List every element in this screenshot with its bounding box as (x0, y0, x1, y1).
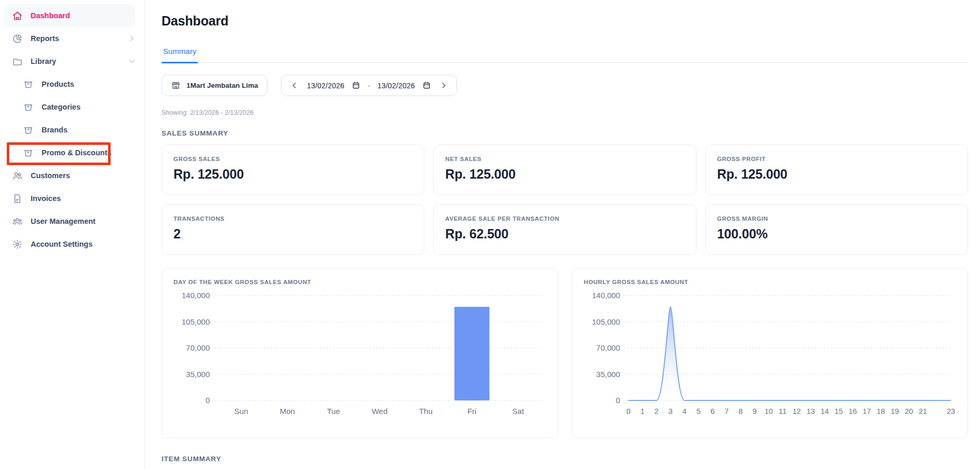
day-of-week-bar-chart: 035,00070,000105,000140,000SunMonTueWedT… (173, 287, 546, 418)
sidebar-item-label: Customers (31, 171, 70, 180)
basket-icon (22, 101, 34, 113)
sidebar-item-reports[interactable]: Reports (0, 27, 144, 50)
stat-card-net-sales: NET SALES Rp. 125.000 (433, 144, 696, 195)
svg-text:Sun: Sun (234, 407, 248, 416)
sidebar-item-label: Brands (42, 126, 68, 134)
svg-text:105,000: 105,000 (592, 317, 620, 326)
svg-text:21: 21 (919, 407, 927, 416)
chevron-down-icon (128, 57, 136, 65)
svg-text:Wed: Wed (372, 407, 388, 416)
sidebar-item-products[interactable]: Products (0, 73, 144, 96)
sidebar: Dashboard Reports Library Products (0, 0, 145, 469)
page-title: Dashboard (162, 14, 968, 29)
next-day-button[interactable] (438, 80, 449, 91)
stat-value: 100.00% (717, 226, 956, 242)
svg-text:Sat: Sat (512, 407, 524, 416)
svg-text:4: 4 (682, 407, 687, 416)
charts-grid: DAY OF THE WEEK GROSS SALES AMOUNT 035,0… (162, 268, 968, 438)
sidebar-item-promo-discounts[interactable]: Promo & Discounts (0, 141, 144, 164)
stat-value: Rp. 125.000 (173, 167, 412, 182)
svg-text:7: 7 (724, 407, 729, 416)
calendar-icon[interactable] (352, 81, 360, 90)
sidebar-item-account-settings[interactable]: Account Settings (0, 233, 144, 256)
svg-text:Tue: Tue (327, 407, 340, 416)
sidebar-item-label: Invoices (31, 194, 61, 203)
chevron-right-icon (128, 34, 136, 43)
gear-icon (11, 238, 23, 250)
svg-text:11: 11 (778, 407, 786, 416)
sidebar-item-user-management[interactable]: User Management (0, 210, 144, 233)
sidebar-item-label: Library (31, 57, 56, 65)
sidebar-item-label: Products (42, 80, 74, 88)
stat-label: GROSS MARGIN (717, 216, 956, 222)
sidebar-item-label: Dashboard (31, 11, 70, 20)
stat-label: GROSS PROFIT (717, 156, 956, 162)
filter-row: 1Mart Jembatan Lima 13/02/2026 - 13/02/2… (162, 75, 968, 96)
svg-text:35,000: 35,000 (596, 370, 620, 379)
sidebar-item-library[interactable]: Library (0, 50, 144, 73)
stat-card-average-sale: AVERAGE SALE PER TRANSACTION Rp. 62.500 (433, 204, 696, 255)
showing-date-range-text: Showing: 2/13/2026 - 2/13/2026 (162, 109, 968, 116)
stat-value: Rp. 62.500 (445, 226, 684, 242)
svg-text:20: 20 (905, 407, 913, 416)
stat-card-gross-sales: GROSS SALES Rp. 125.000 (162, 144, 424, 195)
chart-title: DAY OF THE WEEK GROSS SALES AMOUNT (173, 279, 546, 285)
svg-text:13: 13 (807, 407, 815, 416)
sidebar-item-label: Promo & Discounts (42, 149, 112, 157)
svg-text:0: 0 (626, 407, 630, 416)
basket-icon (22, 124, 34, 136)
date-range-separator: - (368, 82, 370, 90)
svg-text:9: 9 (753, 407, 757, 416)
stat-card-transactions: TRANSACTIONS 2 (162, 204, 424, 255)
stat-value: Rp. 125.000 (717, 167, 956, 182)
chart-title: HOURLY GROSS SALES AMOUNT (584, 279, 956, 285)
sidebar-item-invoices[interactable]: Invoices (0, 187, 144, 210)
stat-label: NET SALES (445, 156, 684, 162)
end-date-field[interactable]: 13/02/2026 (378, 82, 415, 90)
stat-value: 2 (173, 226, 412, 242)
main-content: Dashboard Summary 1Mart Jembatan Lima 13… (145, 0, 980, 463)
svg-text:16: 16 (849, 407, 857, 416)
sidebar-item-categories[interactable]: Categories (0, 96, 144, 118)
svg-text:140,000: 140,000 (182, 291, 210, 300)
svg-text:18: 18 (877, 407, 885, 416)
tab-summary[interactable]: Summary (162, 43, 198, 62)
svg-text:105,000: 105,000 (182, 317, 210, 326)
svg-text:Mon: Mon (280, 407, 295, 416)
stat-card-gross-profit: GROSS PROFIT Rp. 125.000 (705, 144, 968, 195)
stat-value: Rp. 125.000 (445, 167, 684, 182)
svg-text:17: 17 (863, 407, 871, 416)
storefront-icon (171, 81, 181, 90)
sidebar-item-label: Categories (42, 103, 80, 111)
sidebar-item-customers[interactable]: Customers (0, 164, 144, 187)
svg-text:0: 0 (616, 396, 620, 405)
previous-day-button[interactable] (289, 80, 300, 91)
svg-text:5: 5 (696, 407, 701, 416)
start-date-field[interactable]: 13/02/2026 (307, 82, 344, 90)
sales-summary-section-label: SALES SUMMARY (162, 129, 968, 137)
sidebar-item-dashboard[interactable]: Dashboard (4, 4, 136, 27)
tab-bar: Summary (162, 43, 968, 63)
store-selector-button[interactable]: 1Mart Jembatan Lima (162, 75, 267, 96)
calendar-icon[interactable] (422, 81, 431, 90)
svg-text:Fri: Fri (467, 407, 477, 416)
item-summary-section-label: ITEM SUMMARY (162, 455, 968, 463)
svg-text:23: 23 (947, 407, 955, 416)
svg-text:Thu: Thu (419, 407, 433, 416)
svg-text:2: 2 (654, 407, 659, 416)
basket-icon (22, 78, 34, 90)
svg-text:140,000: 140,000 (592, 291, 620, 300)
svg-text:3: 3 (668, 407, 673, 416)
stat-card-gross-margin: GROSS MARGIN 100.00% (705, 204, 968, 255)
customers-icon (11, 170, 23, 181)
hourly-chart-card: HOURLY GROSS SALES AMOUNT 035,00070,0001… (572, 268, 968, 438)
stat-label: TRANSACTIONS (173, 216, 412, 222)
sidebar-item-brands[interactable]: Brands (0, 118, 144, 141)
user-group-icon (11, 216, 23, 227)
svg-text:1: 1 (640, 407, 645, 416)
day-of-week-chart-card: DAY OF THE WEEK GROSS SALES AMOUNT 035,0… (162, 268, 558, 438)
svg-text:70,000: 70,000 (596, 343, 620, 352)
invoice-icon (11, 193, 23, 204)
svg-text:35,000: 35,000 (186, 370, 210, 379)
svg-text:10: 10 (764, 407, 773, 416)
